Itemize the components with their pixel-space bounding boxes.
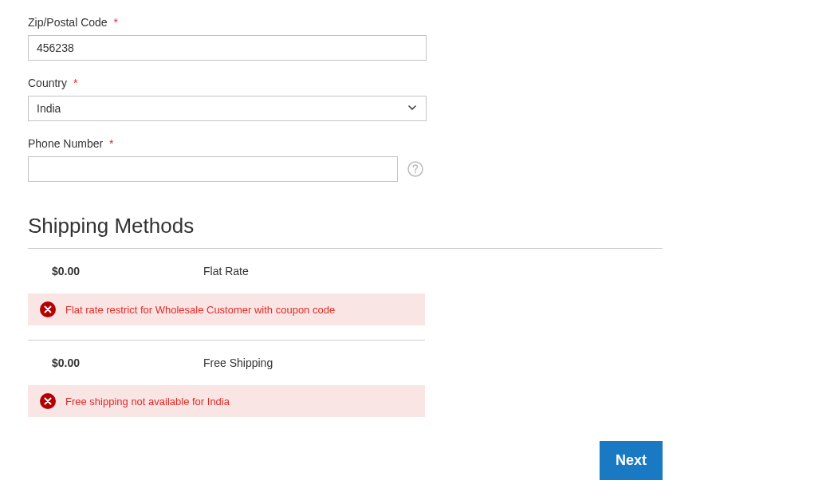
shipping-price: $0.00 <box>52 265 203 278</box>
shipping-method-row[interactable]: $0.00 Free Shipping <box>28 341 425 385</box>
button-row: Next <box>28 441 663 480</box>
phone-label-text: Phone Number <box>28 137 103 150</box>
phone-input-row <box>28 156 802 182</box>
shipping-methods-list: $0.00 Flat Rate Flat rate restrict for W… <box>28 249 425 417</box>
shipping-price: $0.00 <box>52 356 203 369</box>
required-asterisk: * <box>109 137 113 150</box>
country-select-wrapper: India <box>28 96 427 121</box>
shipping-error-banner: Flat rate restrict for Wholesale Custome… <box>28 293 425 325</box>
required-asterisk: * <box>73 77 77 89</box>
shipping-error-text: Free shipping not available for India <box>65 396 230 408</box>
shipping-method-name: Free Shipping <box>203 356 413 369</box>
shipping-error-banner: Free shipping not available for India <box>28 385 425 417</box>
error-icon <box>40 301 56 317</box>
shipping-methods-section: Shipping Methods $0.00 Flat Rate Flat ra… <box>28 214 663 417</box>
phone-label: Phone Number * <box>28 137 802 150</box>
country-field-group: Country * India <box>28 77 802 121</box>
zip-field-group: Zip/Postal Code * <box>28 16 802 61</box>
help-icon[interactable] <box>407 161 423 177</box>
country-label-text: Country <box>28 77 67 89</box>
zip-input[interactable] <box>28 35 427 61</box>
next-button[interactable]: Next <box>600 441 663 480</box>
required-asterisk: * <box>114 16 118 29</box>
zip-label-text: Zip/Postal Code <box>28 16 108 29</box>
error-icon <box>40 393 56 409</box>
phone-field-group: Phone Number * <box>28 137 802 182</box>
svg-point-1 <box>415 171 416 173</box>
shipping-methods-title: Shipping Methods <box>28 214 663 238</box>
country-select[interactable]: India <box>28 96 427 121</box>
country-label: Country * <box>28 77 802 89</box>
zip-label: Zip/Postal Code * <box>28 16 802 29</box>
shipping-method-row[interactable]: $0.00 Flat Rate <box>28 249 425 293</box>
shipping-error-text: Flat rate restrict for Wholesale Custome… <box>65 304 335 316</box>
phone-input[interactable] <box>28 156 398 182</box>
shipping-method-name: Flat Rate <box>203 265 413 278</box>
